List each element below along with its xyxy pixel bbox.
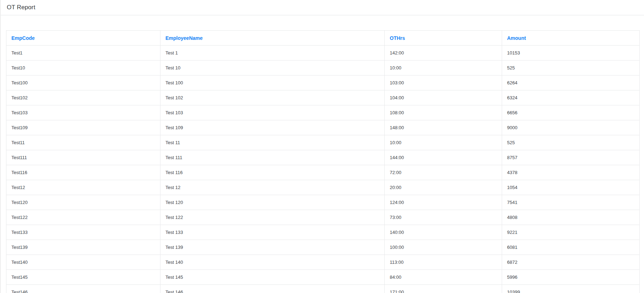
cell-othrs: 108:00 [385,105,502,120]
cell-othrs: 124:00 [385,195,502,210]
table-row: Test146 Test 146 171:00 10399 [6,285,640,293]
cell-empcode: Test12 [6,180,160,195]
table-header: EmpCode EmployeeName OTHrs Amount [6,31,640,46]
cell-othrs: 142:00 [385,46,502,61]
cell-amount: 7541 [502,195,640,210]
cell-employeename: Test 146 [160,285,385,293]
cell-amount: 525 [502,61,640,75]
cell-amount: 4808 [502,210,640,225]
cell-empcode: Test145 [6,270,160,285]
cell-employeename: Test 111 [160,150,385,165]
table-row: Test109 Test 109 148:00 9000 [6,120,640,135]
table-row: Test139 Test 139 100:00 6081 [6,240,640,255]
cell-empcode: Test120 [6,195,160,210]
cell-empcode: Test103 [6,105,160,120]
cell-empcode: Test100 [6,75,160,90]
cell-employeename: Test 100 [160,75,385,90]
cell-othrs: 103:00 [385,75,502,90]
cell-employeename: Test 102 [160,90,385,105]
cell-amount: 6264 [502,75,640,90]
column-header-amount[interactable]: Amount [502,31,640,46]
column-header-employeename[interactable]: EmployeeName [160,31,385,46]
cell-employeename: Test 120 [160,195,385,210]
cell-employeename: Test 103 [160,105,385,120]
cell-employeename: Test 10 [160,61,385,75]
report-content: EmpCode EmployeeName OTHrs Amount Test1 … [1,15,644,293]
table-row: Test120 Test 120 124:00 7541 [6,195,640,210]
cell-othrs: 100:00 [385,240,502,255]
cell-empcode: Test140 [6,255,160,270]
cell-employeename: Test 116 [160,165,385,180]
cell-othrs: 10:00 [385,135,502,150]
cell-empcode: Test146 [6,285,160,293]
cell-othrs: 84:00 [385,270,502,285]
table-body: Test1 Test 1 142:00 10153 Test10 Test 10… [6,46,640,293]
cell-amount: 10399 [502,285,640,293]
cell-othrs: 104:00 [385,90,502,105]
table-row: Test122 Test 122 73:00 4808 [6,210,640,225]
cell-othrs: 72:00 [385,165,502,180]
cell-amount: 8757 [502,150,640,165]
cell-empcode: Test1 [6,46,160,61]
table-row: Test103 Test 103 108:00 6656 [6,105,640,120]
table-row: Test145 Test 145 84:00 5996 [6,270,640,285]
cell-amount: 10153 [502,46,640,61]
ot-report-table: EmpCode EmployeeName OTHrs Amount Test1 … [6,30,640,293]
cell-amount: 4378 [502,165,640,180]
cell-empcode: Test111 [6,150,160,165]
cell-empcode: Test116 [6,165,160,180]
table-row: Test12 Test 12 20:00 1054 [6,180,640,195]
table-row: Test133 Test 133 140:00 9221 [6,225,640,240]
column-header-empcode[interactable]: EmpCode [6,31,160,46]
cell-empcode: Test109 [6,120,160,135]
page-title: OT Report [7,4,35,11]
cell-othrs: 171:00 [385,285,502,293]
cell-amount: 9221 [502,225,640,240]
cell-employeename: Test 133 [160,225,385,240]
table-header-row: EmpCode EmployeeName OTHrs Amount [6,31,640,46]
cell-amount: 6081 [502,240,640,255]
cell-amount: 5996 [502,270,640,285]
cell-amount: 9000 [502,120,640,135]
table-row: Test1 Test 1 142:00 10153 [6,46,640,61]
cell-employeename: Test 1 [160,46,385,61]
cell-othrs: 140:00 [385,225,502,240]
cell-employeename: Test 140 [160,255,385,270]
cell-amount: 1054 [502,180,640,195]
cell-empcode: Test11 [6,135,160,150]
cell-empcode: Test139 [6,240,160,255]
cell-employeename: Test 139 [160,240,385,255]
cell-empcode: Test102 [6,90,160,105]
cell-othrs: 10:00 [385,61,502,75]
cell-amount: 6324 [502,90,640,105]
cell-othrs: 144:00 [385,150,502,165]
cell-employeename: Test 109 [160,120,385,135]
cell-amount: 525 [502,135,640,150]
cell-empcode: Test10 [6,61,160,75]
top-bar: OT Report [1,0,644,15]
table-row: Test116 Test 116 72:00 4378 [6,165,640,180]
cell-amount: 6872 [502,255,640,270]
cell-othrs: 73:00 [385,210,502,225]
cell-othrs: 20:00 [385,180,502,195]
column-header-othrs[interactable]: OTHrs [385,31,502,46]
cell-amount: 6656 [502,105,640,120]
table-row: Test102 Test 102 104:00 6324 [6,90,640,105]
cell-othrs: 113:00 [385,255,502,270]
table-row: Test140 Test 140 113:00 6872 [6,255,640,270]
cell-empcode: Test122 [6,210,160,225]
cell-empcode: Test133 [6,225,160,240]
table-row: Test11 Test 11 10:00 525 [6,135,640,150]
table-row: Test10 Test 10 10:00 525 [6,61,640,75]
cell-employeename: Test 11 [160,135,385,150]
cell-employeename: Test 122 [160,210,385,225]
cell-employeename: Test 12 [160,180,385,195]
table-row: Test100 Test 100 103:00 6264 [6,75,640,90]
cell-othrs: 148:00 [385,120,502,135]
cell-employeename: Test 145 [160,270,385,285]
table-row: Test111 Test 111 144:00 8757 [6,150,640,165]
